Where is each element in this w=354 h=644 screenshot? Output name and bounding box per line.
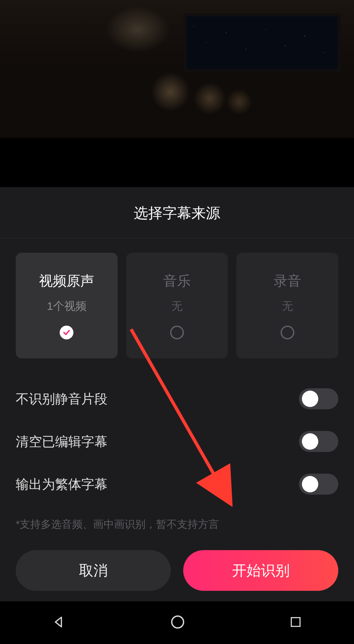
spacer: [0, 138, 354, 187]
svg-point-0: [172, 616, 184, 628]
option-label: 清空已编辑字幕: [16, 433, 108, 451]
radio-unchecked-icon: [170, 326, 184, 339]
source-card-subtitle: 无: [171, 299, 183, 314]
cancel-button[interactable]: 取消: [16, 550, 171, 591]
option-output-traditional: 输出为繁体字幕: [16, 463, 338, 505]
option-skip-silence: 不识别静音片段: [16, 377, 338, 420]
subtitle-source-panel: 选择字幕来源 视频原声 1个视频 音乐 无 录音 无 不识别静音片段: [0, 187, 354, 604]
toggle-clear-edited[interactable]: [299, 431, 338, 452]
option-label: 输出为繁体字幕: [16, 475, 108, 493]
nav-back-icon[interactable]: [52, 615, 66, 631]
source-card-recording[interactable]: 录音 无: [236, 253, 338, 358]
source-card-subtitle: 无: [282, 299, 293, 314]
nav-home-icon[interactable]: [170, 614, 186, 631]
toggle-skip-silence[interactable]: [299, 388, 338, 409]
option-clear-edited: 清空已编辑字幕: [16, 420, 338, 463]
svg-rect-1: [291, 618, 300, 627]
source-card-music[interactable]: 音乐 无: [126, 253, 228, 358]
start-recognition-button[interactable]: 开始识别: [183, 550, 338, 591]
source-card-subtitle: 1个视频: [47, 299, 87, 314]
video-frame-window: [184, 13, 341, 72]
hint-text: *支持多选音频、画中画识别，暂不支持方言: [16, 517, 338, 532]
source-card-title: 音乐: [163, 272, 191, 290]
android-navbar: [0, 601, 354, 644]
toggle-output-traditional[interactable]: [299, 474, 338, 495]
source-card-video-original[interactable]: 视频原声 1个视频: [16, 253, 118, 358]
video-preview[interactable]: [0, 0, 354, 138]
source-card-title: 录音: [274, 272, 301, 290]
source-options-row: 视频原声 1个视频 音乐 无 录音 无: [16, 253, 338, 358]
toggle-knob: [302, 433, 318, 450]
radio-unchecked-icon: [281, 326, 294, 339]
toggle-knob: [302, 476, 318, 492]
radio-checked-icon: [60, 326, 73, 339]
toggle-knob: [302, 391, 318, 407]
option-label: 不识别静音片段: [16, 390, 108, 408]
source-card-title: 视频原声: [39, 272, 94, 290]
action-buttons-row: 取消 开始识别: [16, 550, 338, 604]
panel-title: 选择字幕来源: [0, 187, 354, 238]
nav-recent-icon[interactable]: [289, 615, 302, 630]
